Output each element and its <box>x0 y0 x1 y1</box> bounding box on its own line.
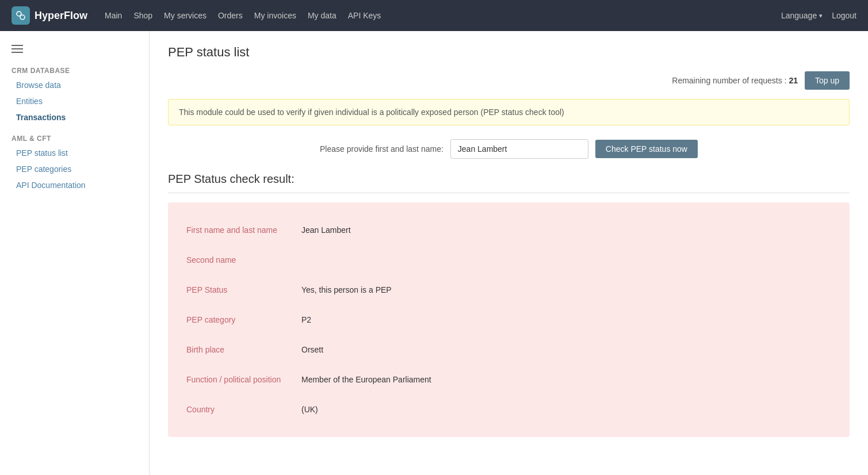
search-label: Please provide first and last name: <box>320 144 443 154</box>
result-value: Yes, this person is a PEP <box>301 285 392 294</box>
app-name: HyperFlow <box>35 10 87 22</box>
result-card: First name and last nameJean LambertSeco… <box>168 202 850 437</box>
nav-main[interactable]: Main <box>105 10 122 21</box>
result-row: PEP categoryP2 <box>186 306 831 334</box>
remaining-count: 21 <box>789 76 798 85</box>
sidebar-item-api-documentation[interactable]: API Documentation <box>0 177 149 193</box>
results-title: PEP Status check result: <box>168 173 850 186</box>
check-pep-button[interactable]: Check PEP status now <box>595 140 698 158</box>
search-row: Please provide first and last name: Chec… <box>168 139 850 159</box>
nav-links: Main Shop My services Orders My invoices… <box>105 10 781 21</box>
search-input[interactable] <box>450 139 588 159</box>
sidebar-item-browse-data[interactable]: Browse data <box>0 77 149 93</box>
crm-section-title: CRM database <box>0 62 149 77</box>
result-row: Second name <box>186 246 831 274</box>
page-layout: CRM database Browse data Entities Transa… <box>0 31 868 475</box>
nav-my-services[interactable]: My services <box>164 10 207 21</box>
result-label: Second name <box>186 255 301 265</box>
result-value: Orsett <box>301 345 323 354</box>
result-row: PEP StatusYes, this person is a PEP <box>186 276 831 304</box>
nav-my-data[interactable]: My data <box>308 10 337 21</box>
result-label: PEP category <box>186 315 301 324</box>
sidebar: CRM database Browse data Entities Transa… <box>0 31 150 475</box>
result-label: PEP Status <box>186 285 301 294</box>
language-selector[interactable]: Language <box>781 11 823 20</box>
nav-shop[interactable]: Shop <box>133 10 152 21</box>
nav-api-keys[interactable]: API Keys <box>348 10 381 21</box>
result-label: Country <box>186 405 301 414</box>
result-value: P2 <box>301 315 311 324</box>
result-row: First name and last nameJean Lambert <box>186 216 831 244</box>
aml-section-title: AML & CFT <box>0 125 149 145</box>
sidebar-item-entities[interactable]: Entities <box>0 93 149 109</box>
info-banner: This module could be used to verify if g… <box>168 99 850 125</box>
nav-right: Language Logout <box>781 11 856 20</box>
logo-icon <box>12 6 30 25</box>
result-row: Birth placeOrsett <box>186 336 831 363</box>
result-label: Function / political position <box>186 375 301 384</box>
page-title: PEP status list <box>168 45 850 60</box>
result-value: Jean Lambert <box>301 225 351 235</box>
topup-button[interactable]: Top up <box>805 71 850 90</box>
svg-point-1 <box>20 15 25 20</box>
remaining-label: Remaining number of requests : 21 <box>672 76 798 85</box>
top-right-bar: Remaining number of requests : 21 Top up <box>168 71 850 90</box>
result-value: (UK) <box>301 405 318 414</box>
top-navigation: HyperFlow Main Shop My services Orders M… <box>0 0 868 31</box>
result-row: Function / political positionMember of t… <box>186 366 831 393</box>
sidebar-item-pep-status-list[interactable]: PEP status list <box>0 145 149 161</box>
result-row: Country(UK) <box>186 396 831 423</box>
sidebar-item-transactions[interactable]: Transactions <box>0 109 149 125</box>
logout-button[interactable]: Logout <box>832 11 856 20</box>
result-label: First name and last name <box>186 225 301 235</box>
nav-orders[interactable]: Orders <box>218 10 243 21</box>
divider <box>168 193 850 193</box>
sidebar-item-pep-categories[interactable]: PEP categories <box>0 161 149 177</box>
hamburger-icon <box>12 45 137 53</box>
sidebar-toggle[interactable] <box>0 40 149 62</box>
main-content: PEP status list Remaining number of requ… <box>150 31 868 475</box>
result-value: Member of the European Parliament <box>301 375 431 384</box>
result-label: Birth place <box>186 345 301 354</box>
app-logo[interactable]: HyperFlow <box>12 6 87 25</box>
nav-my-invoices[interactable]: My invoices <box>254 10 296 21</box>
